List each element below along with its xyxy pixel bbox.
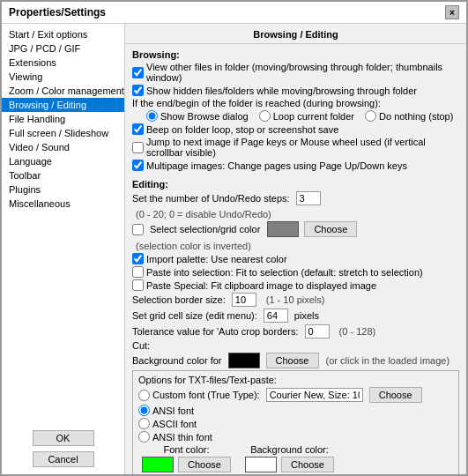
b4-checkbox[interactable] [132,142,144,153]
editing-section: Editing: Set the number of Undo/Redo ste… [132,179,459,474]
ansi-thin-label[interactable]: ANSI thin font [138,431,212,443]
browsing-label: Browsing: [132,49,459,60]
sidebar-item-viewing[interactable]: Viewing [2,70,124,84]
select-color-row: Select selection/grid color Choose (sele… [132,221,459,251]
b3-label[interactable]: Beep on folder loop, stop or screenshot … [132,123,338,135]
b5-checkbox[interactable] [132,160,144,171]
import-palette-label[interactable]: Import palette: Use nearest color [132,253,287,264]
ansi-thin-radio[interactable] [138,431,150,443]
main-window: Properties/Settings × Start / Exit optio… [0,0,468,476]
title-bar: Properties/Settings × [2,2,466,24]
tolerance-input[interactable] [305,324,330,338]
left-column: Start / Exit options JPG / PCD / GIF Ext… [2,24,125,474]
sidebar-item-video-sound[interactable]: Video / Sound [2,140,124,154]
txt-options-box: Options for TXT-files/Text-paste: Custom… [132,370,459,474]
sidebar-item-language[interactable]: Language [2,154,124,168]
browse-row3: Beep on folder loop, stop or screenshot … [132,123,459,135]
browse-row2: Show hidden files/folders while moving/b… [132,85,459,96]
browse-row1: View other files in folder (moving/brows… [132,62,459,83]
grid-cell-row: Set grid cell size (edit menu): pixels [132,309,459,323]
undo-redo-input[interactable] [296,191,321,205]
content-area: Start / Exit options JPG / PCD / GIF Ext… [2,24,466,474]
ansi-thin-row: ANSI thin font [138,431,453,443]
ansi-font-label[interactable]: ANSI font [138,405,194,416]
sidebar-item-plugins[interactable]: Plugins [2,182,124,197]
paste-special-label[interactable]: Paste Special: Fit clipboard image to di… [132,279,376,291]
b2-label[interactable]: Show hidden files/folders while moving/b… [132,85,417,96]
bg-color2-inner: Choose [245,457,334,472]
font-color-inner: Choose [142,457,231,472]
b1-label[interactable]: View other files in folder (moving/brows… [132,62,459,83]
custom-font-radio[interactable] [138,390,150,401]
sidebar-item-start-exit[interactable]: Start / Exit options [2,27,124,41]
bg-color-box [228,353,260,368]
sidebar-item-extensions[interactable]: Extensions [2,56,124,70]
paste-into-label[interactable]: Paste into selection: Fit to selection (… [132,266,423,278]
browse-row5: Multipage images: Change pages using Pag… [132,160,459,171]
ansi-font-row: ANSI font [138,405,453,416]
custom-font-input[interactable] [266,388,363,402]
radio-do-nothing-input[interactable] [365,110,376,122]
radio-loop-current-input[interactable] [259,110,271,122]
select-color-checkbox[interactable] [132,224,144,235]
font-color-label: Font color: [164,444,210,455]
sel-border-row: Selection border size: (1 - 10 pixels) [132,293,459,307]
paste-into-row: Paste into selection: Fit to selection (… [132,266,459,278]
radio-show-browse[interactable]: Show Browse dialog [146,110,249,122]
custom-font-row: Custom font (True Type): Choose [138,387,453,403]
paste-special-checkbox[interactable] [132,279,144,291]
paste-into-checkbox[interactable] [132,266,144,278]
choose-color-button[interactable]: Choose [304,221,357,237]
font-color-row: Font color: Choose Background color: [142,444,453,472]
editing-label: Editing: [132,179,459,190]
grid-cell-input[interactable] [264,309,288,323]
import-palette-checkbox[interactable] [132,253,144,264]
cancel-button[interactable]: Cancel [33,451,94,467]
ascii-font-label[interactable]: ASCII font [138,418,197,429]
ok-button[interactable]: OK [33,430,94,446]
ascii-font-row: ASCII font [138,418,453,429]
sel-border-input[interactable] [232,293,256,307]
ansi-font-radio[interactable] [138,405,150,416]
main-panel: Browsing / Editing Browsing: View other … [125,24,466,474]
window-title: Properties/Settings [9,6,106,19]
sidebar-item-miscellaneous[interactable]: Miscellaneous [2,197,124,211]
close-button[interactable]: × [445,5,459,19]
panel-title: Browsing / Editing [125,24,466,44]
undo-redo-row: Set the number of Undo/Redo steps: (0 - … [132,191,459,219]
sidebar-item-zoom-color[interactable]: Zoom / Color management [2,84,124,98]
b3-checkbox[interactable] [132,123,144,135]
sidebar-item-browsing-editing[interactable]: Browsing / Editing [2,98,124,112]
txt-label-row: Options for TXT-files/Text-paste: [138,375,453,385]
action-buttons: OK Cancel [2,423,124,474]
sidebar-item-jpg-pcd[interactable]: JPG / PCD / GIF [2,41,124,56]
choose-bg-color2-button[interactable]: Choose [281,457,334,472]
bg-color2-col: Background color: Choose [245,444,334,472]
radio-show-browse-input[interactable] [146,110,158,122]
radio-group-end: Show Browse dialog Loop current folder D… [146,110,459,122]
choose-font-button[interactable]: Choose [369,387,422,403]
sidebar-item-full-screen[interactable]: Full screen / Slideshow [2,126,124,140]
cut-label-row: Cut: [132,340,459,351]
tolerance-row: Tolerance value for 'Auto crop borders: … [132,324,459,338]
b2-checkbox[interactable] [132,85,144,96]
bg-color-row: Background color for Choose (or click in… [132,353,459,368]
custom-font-label[interactable]: Custom font (True Type): [138,390,260,401]
choose-bg-button[interactable]: Choose [266,353,319,368]
choose-font-color-button[interactable]: Choose [178,457,231,472]
radio-loop-current[interactable]: Loop current folder [259,110,354,122]
b5-label[interactable]: Multipage images: Change pages using Pag… [132,160,407,171]
paste-special-row: Paste Special: Fit clipboard image to di… [132,279,459,291]
b4-label[interactable]: Jump to next image if Page keys or Mouse… [132,137,459,158]
sidebar: Start / Exit options JPG / PCD / GIF Ext… [2,24,125,423]
sidebar-item-file-handling[interactable]: File Handling [2,112,124,126]
browsing-section: Browsing: View other files in folder (mo… [132,49,459,171]
radio-do-nothing[interactable]: Do nothing (stop) [365,110,453,122]
b1-checkbox[interactable] [132,67,144,78]
sidebar-item-toolbar[interactable]: Toolbar [2,168,124,182]
select-color-box [267,221,299,237]
bg-color2-box [245,457,277,472]
font-color-col: Font color: Choose [142,444,231,472]
ascii-font-radio[interactable] [138,418,150,429]
browse-row4: Jump to next image if Page keys or Mouse… [132,137,459,158]
